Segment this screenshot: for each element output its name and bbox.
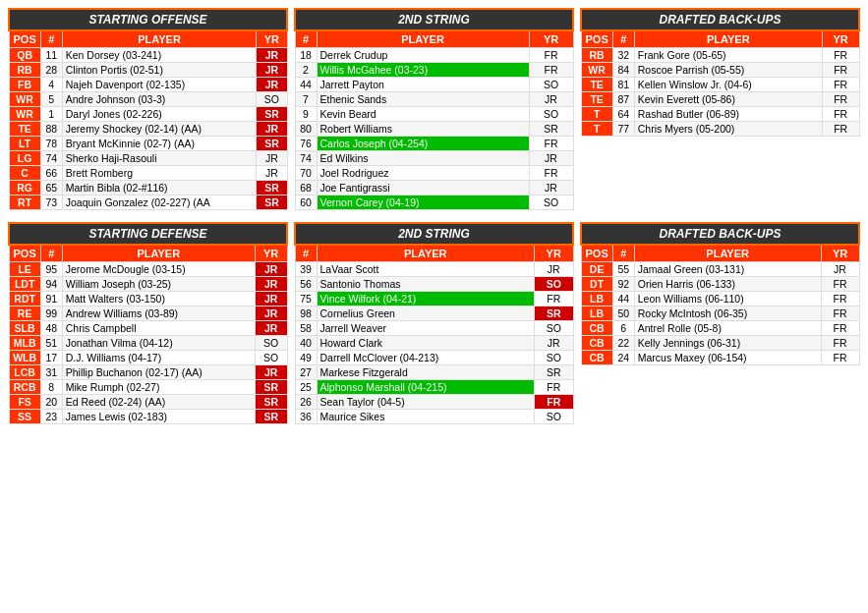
num-cell: 94: [40, 277, 62, 292]
player-cell: Rocky McIntosh (06-35): [634, 306, 821, 321]
pos-cell: SS: [9, 410, 40, 424]
num-cell: 2: [295, 63, 317, 78]
pos-cell: WR: [9, 107, 40, 122]
num-cell: 44: [295, 78, 317, 92]
pos-cell: C: [9, 166, 40, 181]
table-row: LE 95 Jerome McDougle (03-15) JR: [9, 262, 287, 277]
num-cell: 31: [40, 365, 62, 380]
yr-cell: SO: [529, 195, 573, 210]
table-row: C 66 Brett Romberg JR: [9, 166, 287, 181]
pos-cell: TE: [581, 78, 612, 92]
table-row: 56 Santonio Thomas SO: [295, 277, 573, 292]
player-cell: Willis McGahee (03-23): [317, 63, 529, 78]
table-row: RDT 91 Matt Walters (03-150) JR: [9, 292, 287, 306]
pos-cell: LB: [581, 306, 612, 321]
num-cell: 20: [40, 395, 62, 410]
player-cell: Ed Wilkins: [317, 151, 529, 166]
def-col-pos: POS: [9, 245, 40, 262]
player-cell: Chris Myers (05-200): [634, 122, 822, 137]
pos-cell: WR: [581, 63, 612, 78]
yr-cell: JR: [255, 365, 287, 380]
def2-col-player: PLAYER: [317, 245, 534, 262]
offd-col-yr: YR: [822, 30, 859, 48]
yr-cell: SO: [529, 78, 573, 92]
table-row: RT 73 Joaquin Gonzalez (02-227) (AA SR: [9, 195, 287, 210]
yr-cell: SO: [255, 351, 287, 365]
player-cell: Chris Campbell: [62, 321, 255, 336]
player-cell: Rashad Butler (06-89): [634, 107, 822, 122]
offense-drafted-block: DRAFTED BACK-UPS POS # PLAYER YR RB 32 F…: [580, 8, 860, 210]
table-row: 9 Kevin Beard SO: [295, 107, 573, 122]
pos-cell: LB: [581, 292, 612, 306]
table-row: 58 Jarrell Weaver SO: [295, 321, 573, 336]
off-col-num: #: [40, 30, 62, 48]
num-cell: 4: [40, 78, 62, 92]
yr-cell: JR: [534, 262, 573, 277]
table-row: TE 81 Kellen Winslow Jr. (04-6) FR: [581, 78, 859, 92]
table-row: FS 20 Ed Reed (02-24) (AA) SR: [9, 395, 287, 410]
pos-cell: T: [581, 107, 612, 122]
player-cell: Ed Reed (02-24) (AA): [62, 395, 255, 410]
table-row: 39 LaVaar Scott JR: [295, 262, 573, 277]
num-cell: 51: [40, 336, 62, 351]
off-col-yr: YR: [257, 30, 287, 48]
num-cell: 77: [612, 122, 634, 137]
table-row: DE 55 Jamaal Green (03-131) JR: [581, 262, 859, 277]
num-cell: 81: [612, 78, 634, 92]
table-row: 76 Carlos Joseph (04-254) FR: [295, 137, 573, 151]
player-cell: Daryl Jones (02-226): [62, 107, 257, 122]
table-row: 36 Maurice Sikes SO: [295, 410, 573, 424]
yr-cell: FR: [534, 395, 573, 410]
pos-cell: RG: [9, 181, 40, 195]
yr-cell: JR: [255, 262, 287, 277]
player-cell: Kevin Everett (05-86): [634, 92, 822, 107]
player-cell: Cornelius Green: [317, 306, 534, 321]
num-cell: 48: [40, 321, 62, 336]
yr-cell: FR: [822, 63, 859, 78]
player-cell: Phillip Buchanon (02-17) (AA): [62, 365, 255, 380]
pos-cell: RCB: [9, 380, 40, 395]
pos-cell: RDT: [9, 292, 40, 306]
pos-cell: DE: [581, 262, 612, 277]
defd-col-pos: POS: [581, 245, 612, 262]
num-cell: 87: [612, 92, 634, 107]
num-cell: 36: [295, 410, 317, 424]
yr-cell: JR: [257, 151, 287, 166]
table-row: 49 Darrell McClover (04-213) SO: [295, 351, 573, 365]
player-cell: Darrell McClover (04-213): [317, 351, 534, 365]
table-row: 18 Derrek Crudup FR: [295, 48, 573, 63]
yr-cell: JR: [257, 122, 287, 137]
num-cell: 84: [612, 63, 634, 78]
defd-col-player: PLAYER: [634, 245, 821, 262]
yr-cell: FR: [821, 351, 859, 365]
pos-cell: T: [581, 122, 612, 137]
table-row: WR 84 Roscoe Parrish (05-55) FR: [581, 63, 859, 78]
starting-offense-header: STARTING OFFENSE: [9, 9, 287, 30]
num-cell: 8: [40, 380, 62, 395]
player-cell: Carlos Joseph (04-254): [317, 137, 529, 151]
player-cell: Kevin Beard: [317, 107, 529, 122]
off2-col-yr: YR: [529, 30, 573, 48]
player-cell: Matt Walters (03-150): [62, 292, 255, 306]
player-cell: Jerome McDougle (03-15): [62, 262, 255, 277]
defd-col-yr: YR: [821, 245, 859, 262]
num-cell: 75: [295, 292, 317, 306]
yr-cell: SO: [534, 321, 573, 336]
starting-offense-block: STARTING OFFENSE POS # PLAYER YR QB 11 K…: [8, 8, 288, 210]
table-row: 26 Sean Taylor (04-5) FR: [295, 395, 573, 410]
defd-col-num: #: [612, 245, 634, 262]
off-col-pos: POS: [9, 30, 40, 48]
player-cell: Kellen Winslow Jr. (04-6): [634, 78, 822, 92]
offd-col-pos: POS: [581, 30, 612, 48]
player-cell: Ken Dorsey (03-241): [62, 48, 257, 63]
player-cell: Joe Fantigrassi: [317, 181, 529, 195]
player-cell: Ethenic Sands: [317, 92, 529, 107]
yr-cell: JR: [534, 336, 573, 351]
num-cell: 95: [40, 262, 62, 277]
num-cell: 76: [295, 137, 317, 151]
off2-col-num: #: [295, 30, 317, 48]
player-cell: Leon Williams (06-110): [634, 292, 821, 306]
yr-cell: JR: [529, 92, 573, 107]
pos-cell: RE: [9, 306, 40, 321]
table-row: MLB 51 Jonathan Vilma (04-12) SO: [9, 336, 287, 351]
